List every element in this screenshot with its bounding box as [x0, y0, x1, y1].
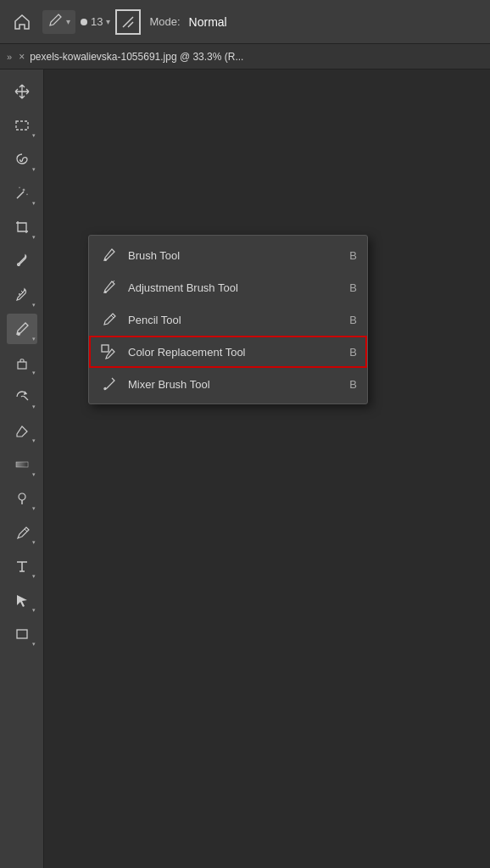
brush-chevron-icon: ▾	[66, 17, 70, 26]
color-replacement-shortcut: B	[349, 346, 357, 359]
menu-item-brush-tool[interactable]: Brush Tool B	[89, 239, 367, 271]
mode-value: Normal	[189, 15, 227, 29]
magic-wand-tool[interactable]: ▾	[7, 178, 37, 209]
svg-rect-3	[18, 362, 26, 369]
tool-flyout-arrow: ▾	[32, 132, 36, 139]
dodge-tool[interactable]: ▾	[7, 483, 37, 514]
svg-point-8	[104, 291, 107, 293]
pencil-shortcut: B	[349, 314, 357, 326]
color-replacement-icon	[99, 342, 120, 362]
brush-tool-sidebar[interactable]: ▾	[7, 314, 37, 344]
marquee-tool[interactable]: ▾	[7, 110, 37, 141]
tool-flyout-arrow: ▾	[32, 539, 36, 546]
context-menu: Brush Tool B Adjustment Brush Tool B	[88, 235, 368, 404]
eraser-tool[interactable]: ▾	[7, 415, 37, 446]
tool-flyout-arrow: ▾	[32, 234, 36, 241]
mixer-brush-icon	[99, 374, 120, 394]
tools-sidebar: ▾ ▾ ▾ ▾	[0, 70, 44, 868]
svg-rect-6	[17, 630, 27, 638]
tool-flyout-arrow: ▾	[32, 471, 36, 478]
tool-flyout-arrow: ▾	[32, 607, 36, 614]
svg-point-7	[104, 259, 107, 261]
tool-flyout-arrow: ▾	[32, 403, 36, 410]
tab-scroll-arrow[interactable]: »	[7, 52, 12, 62]
tool-flyout-arrow: ▾	[32, 302, 36, 309]
tool-flyout-arrow: ▾	[32, 437, 36, 444]
pencil-label: Pencil Tool	[128, 314, 349, 326]
top-toolbar: ▾ 13 ▾ Mode: Normal	[0, 0, 490, 44]
menu-item-mixer-brush-tool[interactable]: Mixer Brush Tool B	[89, 368, 367, 400]
home-button[interactable]	[7, 7, 37, 37]
crop-tool[interactable]: ▾	[7, 212, 37, 242]
adjustment-brush-icon	[99, 277, 120, 298]
clone-stamp-tool[interactable]: ▾	[7, 348, 37, 378]
lasso-tool[interactable]: ▾	[7, 144, 37, 175]
menu-item-adjustment-brush-tool[interactable]: Adjustment Brush Tool B	[89, 271, 367, 303]
tool-flyout-arrow: ▾	[32, 641, 36, 648]
menu-item-color-replacement-tool[interactable]: Color Replacement Tool B	[89, 336, 367, 368]
adjustment-brush-shortcut: B	[349, 281, 357, 294]
pen-tool[interactable]: ▾	[7, 517, 37, 548]
color-replacement-label: Color Replacement Tool	[128, 346, 349, 359]
mode-icon-button[interactable]	[115, 9, 141, 35]
tool-flyout-arrow: ▾	[32, 336, 36, 342]
main-area: ▾ ▾ ▾ ▾	[0, 70, 490, 868]
brush-tool-label: Brush Tool	[128, 249, 349, 262]
svg-rect-9	[102, 345, 109, 352]
menu-item-pencil-tool[interactable]: Pencil Tool B	[89, 303, 367, 336]
history-brush-tool[interactable]: ▾	[7, 381, 37, 412]
tab-bar: » × pexels-kowalievska-1055691.jpg @ 33.…	[0, 44, 490, 70]
brush-size-selector[interactable]: 13 ▾	[81, 15, 110, 28]
move-tool[interactable]	[7, 76, 37, 107]
path-selection-tool[interactable]: ▾	[7, 585, 37, 615]
mixer-brush-label: Mixer Brush Tool	[128, 378, 349, 391]
brush-tool-icon	[99, 245, 120, 265]
svg-rect-4	[16, 462, 28, 467]
tool-flyout-arrow: ▾	[32, 200, 36, 207]
pencil-icon	[99, 309, 120, 330]
eyedropper-tool[interactable]	[7, 246, 37, 276]
tool-flyout-arrow: ▾	[32, 505, 36, 512]
gradient-tool[interactable]: ▾	[7, 449, 37, 480]
size-chevron-icon: ▾	[106, 17, 110, 26]
tab-close-button[interactable]: ×	[19, 51, 25, 63]
svg-rect-0	[16, 121, 28, 130]
tool-flyout-arrow: ▾	[32, 370, 36, 376]
brush-size-value: 13	[91, 15, 103, 28]
brush-preset-selector[interactable]: ▾	[42, 10, 75, 34]
canvas-area: Brush Tool B Adjustment Brush Tool B	[44, 70, 490, 868]
adjustment-brush-label: Adjustment Brush Tool	[128, 281, 349, 294]
brush-size-dot	[81, 19, 87, 25]
brush-tool-shortcut: B	[349, 249, 357, 262]
mixer-brush-shortcut: B	[349, 378, 357, 391]
tool-flyout-arrow: ▾	[32, 573, 36, 580]
svg-point-5	[19, 493, 25, 500]
mode-label: Mode:	[149, 15, 180, 28]
brush-icon	[47, 13, 63, 31]
type-tool[interactable]: ▾	[7, 551, 37, 581]
tool-flyout-arrow: ▾	[32, 166, 36, 173]
svg-point-2	[17, 332, 20, 336]
spot-healing-tool[interactable]: ▾	[7, 280, 37, 310]
rectangle-tool[interactable]: ▾	[7, 619, 37, 649]
tab-title: pexels-kowalievska-1055691.jpg @ 33.3% (…	[30, 51, 243, 63]
